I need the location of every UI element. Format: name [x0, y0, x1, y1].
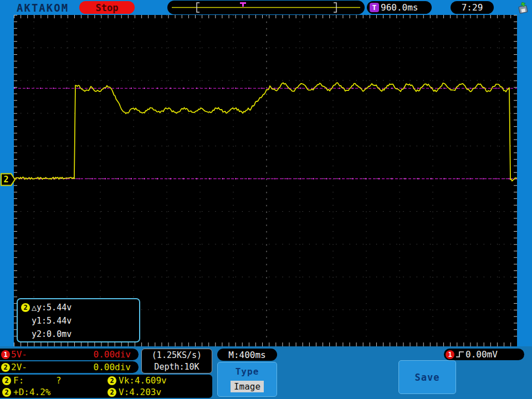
trigger-time-value: 960.0ms	[381, 2, 418, 13]
channel2-badge-icon: 2	[21, 303, 30, 312]
clock-readout: 7:29	[451, 1, 494, 14]
channel2-badge-icon: 2	[2, 376, 11, 385]
channel2-badge-icon: 2	[1, 363, 10, 372]
measure-vk: 2 Vk:4.609v	[105, 375, 212, 386]
channel2-position: 0.00div	[94, 362, 131, 372]
measure-frequency: 2 F: ?	[0, 375, 105, 386]
brand-logo: AKTAKOM	[17, 2, 69, 14]
run-stop-button[interactable]: Stop	[79, 1, 135, 14]
channel2-marker-label: 2	[3, 175, 8, 185]
clock-value: 7:29	[462, 2, 483, 13]
menu-type-button[interactable]: Type Image	[217, 362, 277, 397]
acquisition-info-panel: (1.25KS/s) Depth:10K	[141, 349, 212, 374]
measurements-panel: 2 F: ? 2 Vk:4.609v 2 +D:4.2% 2 V:4.203v	[0, 375, 212, 398]
channel2-badge-icon: 2	[108, 388, 116, 397]
sample-rate: (1.25KS/s)	[152, 350, 202, 360]
channel1-vdiv: 5V-	[11, 349, 27, 360]
channel2-status-row: 2 2V- 0.00div	[0, 361, 139, 373]
timebase-readout: M:400ms	[217, 349, 277, 361]
channel1-status-row: 1 5V- 0.00div	[0, 349, 139, 360]
measure-v-value: V:4.203v	[119, 387, 161, 397]
menu-type-selected-value[interactable]: Image	[231, 381, 264, 392]
scope-display	[14, 15, 517, 346]
trigger-time-readout: T 960.0ms	[367, 1, 432, 14]
channel2-position-marker[interactable]: 2	[1, 173, 16, 186]
measure-frequency-value: F: ?	[13, 375, 62, 386]
channel1-badge-icon: 1	[1, 350, 10, 359]
menu-type-label: Type	[236, 366, 259, 377]
channel2-badge-icon: 2	[108, 376, 116, 385]
cursor-delta-y: △y:5.44v	[32, 303, 71, 313]
run-state-label: Stop	[96, 2, 119, 13]
channel1-badge-icon: 1	[446, 350, 454, 359]
record-position-bar	[167, 1, 365, 14]
trigger-level-value: 0.00mV	[466, 349, 498, 360]
cursor-y1: y1:5.44v	[32, 316, 71, 326]
scope-graticule-and-trace	[14, 15, 517, 346]
cursor-y2: y2:0.0mv	[32, 329, 71, 339]
rising-edge-icon	[456, 350, 464, 359]
record-bar-graphic	[167, 1, 365, 14]
save-button[interactable]: Save	[398, 360, 456, 394]
trigger-t-icon: T	[370, 3, 379, 12]
measure-duty-value: +D:4.2%	[13, 387, 50, 397]
timebase-value: M:400ms	[228, 350, 265, 360]
usb-disk-icon	[516, 1, 530, 14]
channel2-vdiv: 2V-	[11, 362, 27, 372]
memory-depth: Depth:10K	[154, 362, 199, 372]
channel2-badge-icon: 2	[2, 388, 11, 397]
measure-v: 2 V:4.203v	[105, 387, 212, 397]
trigger-position-marker-icon	[240, 2, 246, 7]
trigger-level-readout: 1 0.00mV	[444, 349, 524, 360]
save-button-label: Save	[415, 372, 440, 383]
measure-duty: 2 +D:4.2%	[0, 387, 105, 397]
measure-vk-value: Vk:4.609v	[119, 375, 167, 386]
channel1-position: 0.00div	[94, 349, 131, 360]
cursor-measure-panel: 2 △y:5.44v y1:5.44v y2:0.0mv	[17, 298, 140, 342]
